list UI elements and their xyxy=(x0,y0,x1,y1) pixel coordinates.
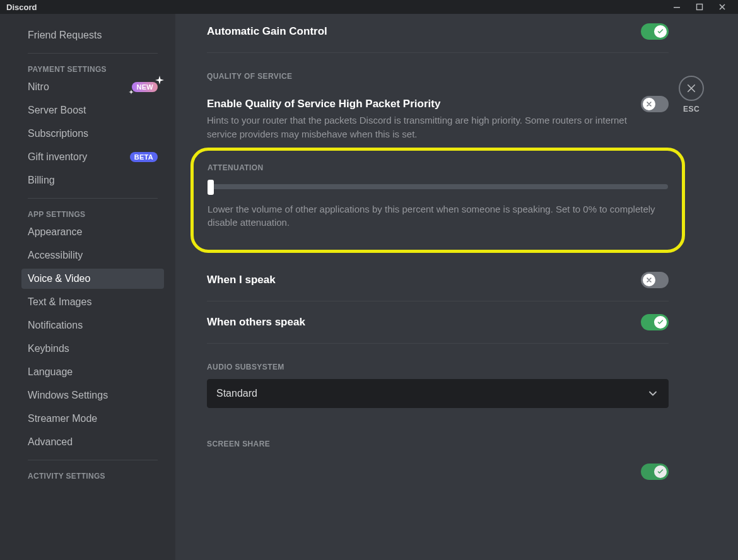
setting-screen-share-partial: x xyxy=(207,456,669,480)
sidebar-header-app: APP SETTINGS xyxy=(21,210,164,219)
toggle-knob xyxy=(654,465,667,478)
titlebar: Discord xyxy=(0,0,738,14)
setting-when-i-speak: When I speak xyxy=(207,264,669,296)
select-value: Standard xyxy=(216,388,257,399)
sidebar-item-label: Nitro xyxy=(28,81,49,93)
sidebar-item-label: Server Boost xyxy=(28,105,86,116)
audio-subsystem-select[interactable]: Standard xyxy=(207,379,669,408)
sidebar-item-label: Billing xyxy=(28,175,55,186)
toggle-screen-share[interactable] xyxy=(641,464,669,480)
close-label: ESC xyxy=(683,105,700,114)
beta-badge: BETA xyxy=(130,152,158,162)
close-icon xyxy=(686,83,697,94)
settings-sidebar: Friend Requests PAYMENT SETTINGS Nitro N… xyxy=(0,14,175,560)
sidebar-header-payment: PAYMENT SETTINGS xyxy=(21,65,164,74)
toggle-qos[interactable] xyxy=(641,96,669,112)
sidebar-item-windows-settings[interactable]: Windows Settings xyxy=(21,385,164,405)
sidebar-item-streamer-mode[interactable]: Streamer Mode xyxy=(21,409,164,429)
sidebar-item-appearance[interactable]: Appearance xyxy=(21,222,164,242)
x-icon xyxy=(645,276,653,284)
sidebar-item-label: Streamer Mode xyxy=(28,413,97,424)
section-header-qos: QUALITY OF SERVICE xyxy=(207,72,669,81)
setting-automatic-gain-control: Automatic Gain Control xyxy=(207,23,669,47)
toggle-knob xyxy=(643,98,655,110)
toggle-when-others-speak[interactable] xyxy=(641,314,669,330)
sidebar-item-label: Advanced xyxy=(28,436,73,448)
toggle-knob xyxy=(654,316,667,329)
toggle-knob xyxy=(654,25,667,38)
slider-track xyxy=(208,184,668,189)
sidebar-item-text-images[interactable]: Text & Images xyxy=(21,292,164,312)
sidebar-header-activity: ACTIVITY SETTINGS xyxy=(21,472,164,481)
maximize-button[interactable] xyxy=(695,3,704,11)
sidebar-item-voice-video[interactable]: Voice & Video xyxy=(21,269,164,289)
sidebar-item-keybinds[interactable]: Keybinds xyxy=(21,339,164,359)
check-icon xyxy=(657,318,664,326)
new-badge-wrap: NEW xyxy=(132,82,158,92)
close-window-button[interactable] xyxy=(718,3,727,11)
sidebar-item-language[interactable]: Language xyxy=(21,362,164,382)
check-icon xyxy=(657,28,664,35)
sidebar-item-advanced[interactable]: Advanced xyxy=(21,432,164,452)
minimize-button[interactable] xyxy=(672,3,681,11)
sidebar-item-label: Accessibility xyxy=(28,250,83,261)
setting-when-others-speak: When others speak xyxy=(207,306,669,338)
sidebar-item-label: Voice & Video xyxy=(28,273,90,284)
slider-thumb[interactable] xyxy=(208,180,214,195)
sidebar-item-billing[interactable]: Billing xyxy=(21,170,164,190)
divider xyxy=(207,301,669,301)
sidebar-item-notifications[interactable]: Notifications xyxy=(21,315,164,335)
toggle-agc[interactable] xyxy=(641,23,669,40)
sidebar-item-server-boost[interactable]: Server Boost xyxy=(21,100,164,120)
setting-label: Automatic Gain Control xyxy=(207,25,327,38)
sidebar-item-label: Gift inventory xyxy=(28,151,87,163)
section-header-screen-share: SCREEN SHARE xyxy=(207,440,669,448)
sidebar-item-label: Appearance xyxy=(28,226,82,238)
setting-label: When others speak xyxy=(207,316,305,329)
x-icon xyxy=(645,100,653,108)
section-header-attenuation: ATTENUATION xyxy=(208,163,668,172)
new-badge: NEW xyxy=(132,82,158,92)
divider xyxy=(207,52,669,53)
toggle-knob xyxy=(643,274,655,286)
sidebar-item-nitro[interactable]: Nitro NEW xyxy=(21,77,164,97)
toggle-when-i-speak[interactable] xyxy=(641,272,669,288)
sidebar-divider xyxy=(28,460,158,460)
sidebar-item-gift-inventory[interactable]: Gift inventory BETA xyxy=(21,147,164,167)
app-title: Discord xyxy=(6,3,37,12)
sidebar-item-label: Keybinds xyxy=(28,343,69,354)
window-controls xyxy=(672,3,738,11)
sidebar-item-friend-requests[interactable]: Friend Requests xyxy=(21,25,164,45)
setting-description-attenuation: Lower the volume of other applications b… xyxy=(208,202,668,230)
setting-label: When I speak xyxy=(207,274,276,286)
setting-description-qos: Hints to your router that the packets Di… xyxy=(207,114,669,141)
sidebar-item-label: Subscriptions xyxy=(28,128,88,139)
sidebar-item-label: Text & Images xyxy=(28,296,91,308)
attenuation-slider[interactable] xyxy=(208,180,668,192)
sparkle-icon xyxy=(155,76,164,87)
sidebar-item-label: Windows Settings xyxy=(28,390,108,401)
sidebar-item-label: Friend Requests xyxy=(28,30,102,41)
chevron-down-icon xyxy=(647,387,659,400)
divider xyxy=(207,343,669,344)
svg-rect-1 xyxy=(697,4,703,10)
check-icon xyxy=(657,468,664,475)
sidebar-item-accessibility[interactable]: Accessibility xyxy=(21,245,164,265)
sidebar-item-subscriptions[interactable]: Subscriptions xyxy=(21,124,164,144)
sidebar-divider xyxy=(28,53,158,54)
close-column: ESC xyxy=(672,76,710,114)
attenuation-highlight: ATTENUATION Lower the volume of other ap… xyxy=(190,148,685,254)
sidebar-item-label: Notifications xyxy=(28,320,83,331)
settings-content: ESC Automatic Gain Control QUALITY OF SE… xyxy=(175,14,738,560)
section-header-audio-subsystem: AUDIO SUBSYSTEM xyxy=(207,363,669,371)
sidebar-item-label: Language xyxy=(28,366,73,378)
sidebar-divider xyxy=(28,198,158,199)
setting-qos: Enable Quality of Service High Packet Pr… xyxy=(207,88,669,116)
svg-rect-0 xyxy=(674,7,680,8)
sparkle-icon xyxy=(129,90,134,96)
setting-label: Enable Quality of Service High Packet Pr… xyxy=(207,98,440,110)
close-settings-button[interactable] xyxy=(679,76,704,101)
